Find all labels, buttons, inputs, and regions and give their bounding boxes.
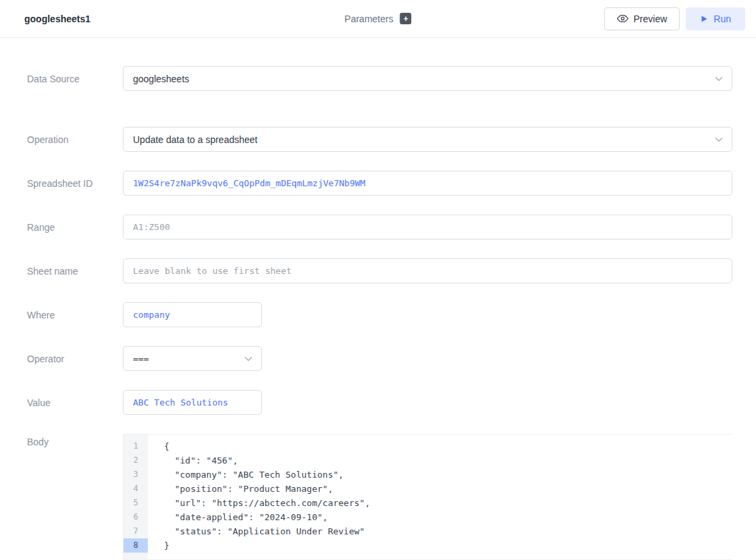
code-line-text: "position": "Product Manager", bbox=[148, 482, 333, 496]
preview-button[interactable]: Preview bbox=[604, 7, 680, 30]
code-line-text: "date-applied": "2024-09-10", bbox=[148, 510, 328, 524]
parameters-label: Parameters bbox=[344, 13, 393, 24]
run-button[interactable]: Run bbox=[686, 7, 745, 30]
plus-icon: + bbox=[404, 15, 408, 23]
field-row-data-source: Data Source googlesheets bbox=[27, 66, 732, 91]
spreadsheet-id-input[interactable] bbox=[123, 171, 732, 196]
run-button-label: Run bbox=[713, 13, 731, 24]
code-line-text: } bbox=[148, 538, 169, 553]
operator-select-value: === bbox=[133, 354, 148, 364]
field-row-operation: Operation Update data to a spreadsheet bbox=[27, 127, 732, 152]
sheet-name-input[interactable] bbox=[123, 258, 732, 283]
query-title: googlesheets1 bbox=[24, 13, 90, 24]
code-line-text: "id": "456", bbox=[148, 453, 238, 468]
add-parameter-button[interactable]: + bbox=[400, 13, 412, 24]
header: googlesheets1 Parameters + Preview Run bbox=[0, 0, 756, 38]
field-row-range: Range bbox=[27, 215, 732, 240]
range-input[interactable] bbox=[123, 215, 732, 240]
spreadsheet-id-label: Spreadsheet ID bbox=[27, 178, 123, 189]
range-label: Range bbox=[27, 222, 123, 233]
code-line: 1{ bbox=[124, 439, 732, 453]
data-source-select[interactable]: googlesheets bbox=[123, 66, 732, 91]
code-line-text: "company": "ABC Tech Solutions", bbox=[148, 468, 344, 482]
line-number: 1 bbox=[124, 439, 148, 453]
code-line-text: { bbox=[148, 439, 169, 453]
field-row-spreadsheet-id: Spreadsheet ID bbox=[27, 171, 732, 196]
eye-icon bbox=[617, 13, 628, 24]
operation-label: Operation bbox=[27, 134, 123, 145]
header-actions: Preview Run bbox=[604, 7, 745, 30]
code-line: 7 "status": "Application Under Review" bbox=[124, 524, 732, 538]
code-line: 6 "date-applied": "2024-09-10", bbox=[124, 510, 732, 524]
code-line: 2 "id": "456", bbox=[124, 453, 732, 468]
query-editor-panel: googlesheets1 Parameters + Preview Run bbox=[0, 0, 756, 560]
line-number: 2 bbox=[124, 453, 148, 468]
field-row-operator: Operator === bbox=[27, 346, 732, 371]
data-source-select-value: googlesheets bbox=[133, 74, 189, 84]
code-line: 5 "url": "https://abctech.com/careers", bbox=[124, 496, 732, 510]
line-number: 3 bbox=[124, 468, 148, 482]
preview-button-label: Preview bbox=[634, 13, 668, 24]
data-source-label: Data Source bbox=[27, 74, 123, 84]
chevron-down-icon bbox=[242, 353, 254, 365]
operator-select[interactable]: === bbox=[123, 346, 262, 371]
field-row-body: Body 1{2 "id": "456",3 "company": "ABC T… bbox=[27, 434, 732, 560]
chevron-down-icon bbox=[713, 134, 725, 146]
where-label: Where bbox=[27, 310, 123, 320]
parameters-section: Parameters + bbox=[344, 13, 411, 24]
line-number: 8 bbox=[124, 538, 148, 553]
field-row-sheet-name: Sheet name bbox=[27, 258, 732, 283]
where-input[interactable] bbox=[123, 302, 262, 327]
code-line: 4 "position": "Product Manager", bbox=[124, 482, 732, 496]
line-number: 5 bbox=[124, 496, 148, 510]
sheet-name-label: Sheet name bbox=[27, 266, 123, 277]
chevron-down-icon bbox=[713, 73, 725, 85]
field-row-where: Where bbox=[27, 302, 732, 327]
value-label: Value bbox=[27, 397, 123, 408]
code-line-text: "status": "Application Under Review" bbox=[148, 524, 364, 538]
code-line: 3 "company": "ABC Tech Solutions", bbox=[124, 468, 732, 482]
value-input[interactable] bbox=[123, 390, 262, 415]
field-row-value: Value bbox=[27, 390, 732, 415]
play-icon bbox=[700, 15, 708, 23]
operator-label: Operator bbox=[27, 354, 123, 364]
line-number: 4 bbox=[124, 482, 148, 496]
line-number: 7 bbox=[124, 524, 148, 538]
operation-select[interactable]: Update data to a spreadsheet bbox=[123, 127, 732, 152]
body-code-editor[interactable]: 1{2 "id": "456",3 "company": "ABC Tech S… bbox=[123, 434, 732, 560]
line-number: 6 bbox=[124, 510, 148, 524]
body-label: Body bbox=[27, 437, 123, 447]
code-line: 8} bbox=[124, 538, 732, 553]
code-line-text: "url": "https://abctech.com/careers", bbox=[148, 496, 370, 510]
query-form: Data Source googlesheets Operation Updat… bbox=[0, 38, 756, 560]
operation-select-value: Update data to a spreadsheet bbox=[133, 134, 257, 145]
